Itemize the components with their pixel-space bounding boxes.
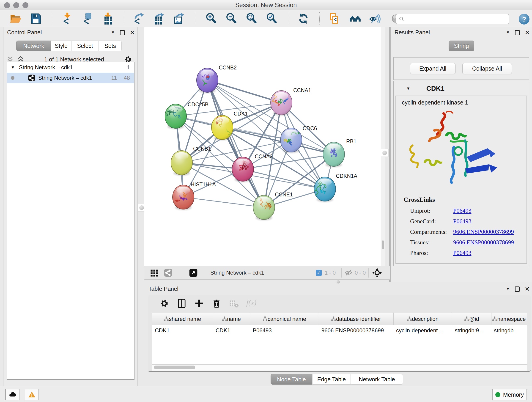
right-splitter-handle[interactable] bbox=[381, 149, 389, 157]
table-cell[interactable]: CDK1 bbox=[213, 325, 250, 336]
selected-indicator[interactable]: ✓ 1 - 0 bbox=[316, 266, 336, 279]
column-header[interactable]: shared name bbox=[152, 313, 213, 325]
panel-close-icon[interactable]: ✕ bbox=[525, 30, 530, 36]
warnings-button[interactable] bbox=[25, 389, 39, 400]
column-header[interactable]: @id bbox=[452, 313, 491, 325]
node-CCNA1[interactable] bbox=[271, 90, 292, 115]
node-RB1[interactable] bbox=[323, 142, 345, 167]
scrollbar-thumb[interactable] bbox=[382, 240, 384, 249]
node-CCNE1[interactable] bbox=[253, 195, 275, 220]
panel-menu-icon[interactable]: ▼ bbox=[111, 30, 115, 35]
import-table-from-file-button[interactable] bbox=[101, 12, 114, 26]
search-box[interactable] bbox=[396, 14, 509, 24]
copy-network-button[interactable] bbox=[328, 12, 342, 26]
tab-node-table[interactable]: Node Table bbox=[271, 374, 312, 385]
table-cell[interactable]: CDK1 bbox=[152, 325, 213, 336]
gene-section-header[interactable]: ▼ CDK1 bbox=[394, 81, 529, 96]
import-network-from-database-button[interactable] bbox=[81, 12, 94, 26]
memory-button[interactable]: Memory bbox=[492, 389, 527, 400]
fit-selected-button[interactable] bbox=[372, 266, 382, 279]
cloud-button[interactable] bbox=[5, 389, 19, 400]
panel-float-icon[interactable] bbox=[120, 30, 125, 35]
network-canvas[interactable]: CCNB2CCNA1CDC25BCDK1CDC6RB1CCNB1CCNA2CDK… bbox=[144, 27, 381, 266]
table-settings-button[interactable] bbox=[159, 298, 169, 308]
open-in-window-button[interactable] bbox=[189, 266, 197, 279]
node-table[interactable]: shared namenamecanonical namedatabase id… bbox=[152, 313, 527, 365]
network-collection-row[interactable]: ▼ String Network – cdk1 1 bbox=[7, 62, 134, 73]
tree-expander-icon[interactable]: ▼ bbox=[11, 65, 15, 70]
network-vertical-scrollbar[interactable] bbox=[381, 27, 385, 266]
expand-all-button[interactable]: Expand All bbox=[410, 63, 456, 74]
crosslink-link[interactable]: P06493 bbox=[453, 207, 471, 214]
node-label-CCNA2: CCNA2 bbox=[255, 153, 273, 160]
tab-network-table[interactable]: Network Table bbox=[351, 374, 403, 385]
panel-menu-icon[interactable]: ▼ bbox=[506, 30, 510, 35]
column-header[interactable]: description bbox=[393, 313, 452, 325]
search-input[interactable] bbox=[405, 14, 509, 24]
crosslink-link[interactable]: P06493 bbox=[453, 249, 471, 256]
horizontal-splitter-handle[interactable] bbox=[336, 280, 340, 283]
tab-edge-table[interactable]: Edge Table bbox=[312, 374, 351, 385]
column-header[interactable]: canonical name bbox=[250, 313, 319, 325]
table-horizontal-scrollbar[interactable] bbox=[152, 364, 527, 371]
export-image-button[interactable] bbox=[173, 12, 186, 26]
panel-close-icon[interactable]: ✕ bbox=[525, 286, 530, 292]
column-header[interactable]: database identifier bbox=[319, 313, 393, 325]
import-network-from-file-button[interactable] bbox=[60, 12, 74, 26]
zoom-fit-content-button[interactable] bbox=[245, 12, 259, 26]
node-CDKN1A[interactable] bbox=[314, 177, 336, 202]
node-label-CDC25B: CDC25B bbox=[188, 102, 209, 108]
tab-string[interactable]: String bbox=[449, 41, 474, 51]
crosslink-link[interactable]: 9606.ENSP00000378699 bbox=[453, 229, 514, 235]
table-cell[interactable]: stringdb:9... bbox=[452, 325, 491, 336]
panel-close-icon[interactable]: ✕ bbox=[130, 30, 135, 36]
panel-float-icon[interactable] bbox=[515, 287, 520, 292]
column-header[interactable]: name bbox=[213, 313, 250, 325]
table-cell[interactable]: cyclin-dependent ... bbox=[393, 325, 452, 336]
table-row[interactable]: CDK1CDK1P064939606.ENSP00000378699cyclin… bbox=[152, 325, 527, 336]
crosslink-link[interactable]: 9606.ENSP00000378699 bbox=[453, 239, 514, 246]
show-columns-button[interactable] bbox=[177, 298, 187, 308]
node-CDC6[interactable] bbox=[280, 128, 305, 153]
export-network-button[interactable] bbox=[133, 12, 146, 26]
zoom-selected-region-button[interactable] bbox=[265, 12, 279, 26]
import-table-from-file-icon bbox=[102, 13, 114, 25]
table-cell[interactable]: 9606.ENSP00000378699 bbox=[319, 325, 393, 336]
panel-float-icon[interactable] bbox=[515, 30, 520, 35]
help-button[interactable]: ? bbox=[519, 14, 530, 25]
node-CDC25B[interactable] bbox=[165, 104, 186, 129]
network-badge-button[interactable] bbox=[164, 266, 172, 279]
birdseye-grid-button[interactable] bbox=[150, 266, 158, 279]
node-CCNB1[interactable] bbox=[171, 151, 192, 176]
collapse-all-button[interactable]: Collapse All bbox=[462, 63, 512, 74]
hidden-indicator[interactable]: 0 - 0 bbox=[345, 266, 366, 279]
export-table-button[interactable] bbox=[152, 12, 166, 26]
collapse-section-icon[interactable]: ▼ bbox=[406, 86, 410, 91]
edge-HIST1H1A-CCNE1 bbox=[183, 197, 264, 207]
create-column-button[interactable] bbox=[194, 298, 204, 308]
open-session-button[interactable] bbox=[9, 12, 22, 26]
apply-preferred-layout-button[interactable] bbox=[297, 12, 310, 26]
node-CDK1[interactable] bbox=[211, 114, 233, 140]
home-view-button[interactable] bbox=[348, 12, 362, 26]
tab-network[interactable]: Network bbox=[16, 41, 51, 51]
scrollbar-thumb[interactable] bbox=[154, 366, 195, 369]
tab-sets[interactable]: Sets bbox=[99, 41, 122, 51]
delete-column-button[interactable] bbox=[211, 298, 222, 308]
zoom-out-button[interactable] bbox=[225, 12, 238, 26]
table-cell[interactable]: stringdb bbox=[491, 325, 527, 336]
memory-label: Memory bbox=[503, 391, 524, 398]
save-session-button[interactable] bbox=[29, 12, 43, 26]
network-row[interactable]: String Network – cdk1 11 48 bbox=[7, 73, 134, 83]
network-edges[interactable] bbox=[176, 80, 334, 207]
table-cell[interactable]: P06493 bbox=[250, 325, 319, 336]
panel-menu-icon[interactable]: ▼ bbox=[506, 287, 510, 291]
crosslink-link[interactable]: P06493 bbox=[453, 218, 471, 225]
tab-select[interactable]: Select bbox=[71, 41, 99, 51]
show-graphics-details-button[interactable] bbox=[368, 12, 382, 26]
tab-style[interactable]: Style bbox=[51, 41, 71, 51]
node-HIST1H1A[interactable] bbox=[172, 185, 194, 210]
selected-counts: 1 - 0 bbox=[325, 269, 336, 276]
zoom-in-button[interactable] bbox=[204, 12, 218, 26]
column-header[interactable]: namespace bbox=[491, 313, 527, 325]
